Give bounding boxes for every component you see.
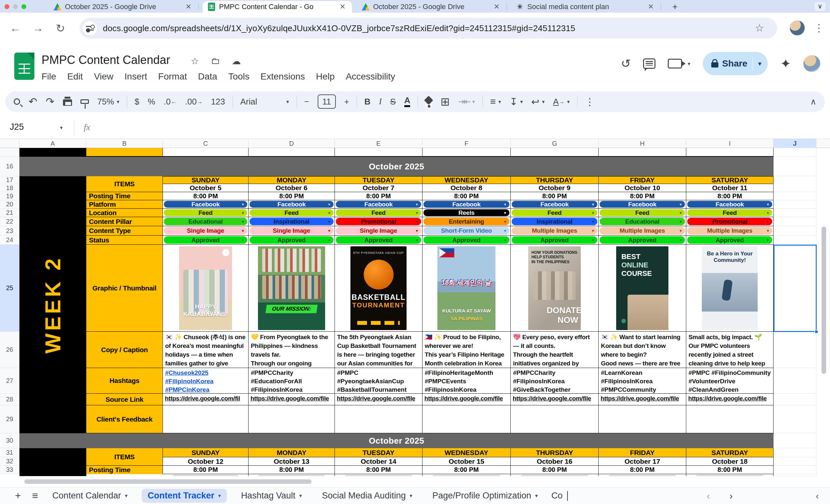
cell-platform[interactable]: Facebook▼: [249, 200, 335, 209]
move-folder-icon[interactable]: 🗀: [211, 56, 220, 66]
column-header-g[interactable]: G: [511, 139, 599, 148]
cell-thumbnail[interactable]: HOW YOUR DONATIONS HELP STUDENTSIN THE P…: [511, 245, 599, 332]
cell-source-link[interactable]: https://drive.google.com/fil: [163, 393, 249, 405]
column-header-h[interactable]: H: [599, 139, 686, 148]
cell[interactable]: [422, 148, 511, 157]
cell-day-header-week3[interactable]: FRIDAY: [599, 448, 686, 457]
cell-feedback[interactable]: [686, 405, 773, 433]
cell-date-week3[interactable]: October 16: [511, 457, 599, 466]
column-header-e[interactable]: E: [335, 139, 422, 148]
cell-content-pillar[interactable]: Inspirational▼: [249, 217, 335, 226]
cell-feedback[interactable]: [249, 405, 335, 433]
close-tab-icon[interactable]: ✕: [646, 3, 656, 11]
cell-posting-time[interactable]: 8:00 PM: [599, 192, 686, 200]
cell-caption[interactable]: 🇰🇷 ✨ Chuseok (추석) is one of Korea’s most…: [163, 332, 249, 368]
cell-content-type[interactable]: Multiple Images▼: [511, 226, 599, 235]
platform-dropdown[interactable]: Facebook▼: [512, 201, 597, 208]
sheets-logo-icon[interactable]: [14, 53, 34, 80]
row-header-16[interactable]: 16: [0, 157, 20, 176]
pillar-dropdown[interactable]: Inspirational▼: [250, 218, 333, 225]
menu-data[interactable]: Data: [198, 71, 217, 82]
cell-caption[interactable]: The 5th Pyeongtaek Asian Cup Basketball …: [335, 332, 422, 368]
sheet-tab-menu-icon[interactable]: ▾: [410, 493, 412, 499]
cell-content-type[interactable]: Short-Form Video▼: [422, 226, 511, 235]
format-currency-button[interactable]: $: [135, 97, 139, 107]
cell-date-week3[interactable]: October 13: [249, 457, 335, 466]
menu-insert[interactable]: Insert: [125, 71, 147, 82]
cell-platform-label[interactable]: Platform: [86, 200, 163, 209]
cell-day-header[interactable]: SATURDAY: [686, 176, 773, 184]
paint-format-icon[interactable]: [81, 99, 89, 104]
more-toolbar-icon[interactable]: ⋮: [585, 96, 595, 107]
cell-date[interactable]: October 10: [599, 184, 686, 192]
scroll-tabs-left-icon[interactable]: ‹: [707, 491, 710, 501]
format-percent-button[interactable]: %: [148, 97, 155, 107]
cell-day-header[interactable]: MONDAY: [249, 176, 335, 184]
browser-tab-chatgpt[interactable]: ✳ Social media content plan ✕: [511, 1, 660, 13]
cell-day-header-week3[interactable]: THURSDAY: [511, 448, 599, 457]
row-header-26[interactable]: 26: [0, 332, 20, 368]
platform-dropdown[interactable]: Facebook▼: [423, 201, 509, 208]
cell[interactable]: [163, 148, 249, 157]
merge-cells-button[interactable]: ⇥⇤▾: [458, 97, 475, 107]
cell-date[interactable]: October 7: [335, 184, 422, 192]
cell-caption[interactable]: Small acts, big impact. 🌱 Our PMPC volun…: [686, 332, 773, 368]
type-dropdown[interactable]: Single Image▼: [164, 227, 247, 234]
column-header-f[interactable]: F: [422, 139, 511, 148]
cell-status[interactable]: Approved▼: [599, 235, 686, 245]
add-sheet-icon[interactable]: +: [15, 490, 21, 502]
text-color-button[interactable]: A: [404, 96, 411, 107]
cell[interactable]: [773, 192, 817, 200]
row-header-18[interactable]: 18: [0, 184, 20, 192]
cell-date[interactable]: October 6: [249, 184, 335, 192]
browser-profile-avatar[interactable]: [790, 21, 805, 35]
menu-file[interactable]: File: [41, 71, 56, 82]
row-header-30[interactable]: 30: [0, 433, 20, 448]
close-tab-icon[interactable]: ✕: [184, 3, 193, 11]
type-dropdown[interactable]: Single Image▼: [336, 227, 421, 234]
location-dropdown[interactable]: Feed▼: [336, 209, 421, 216]
tab-search-chevron-icon[interactable]: ∨: [815, 2, 826, 11]
cell-source-link-label[interactable]: Source Link: [86, 393, 163, 405]
cell[interactable]: [773, 148, 817, 157]
sheet-tab-menu-icon[interactable]: ▾: [218, 493, 221, 499]
cell-date-week3[interactable]: October 17: [599, 457, 686, 466]
browser-tab-drive-1[interactable]: October 2025 - Google Drive ✕: [49, 1, 198, 13]
cell-posting-time-week3[interactable]: 8:00 PM: [422, 466, 511, 474]
cell[interactable]: [599, 148, 686, 157]
type-dropdown[interactable]: Short-Form Video▼: [423, 227, 509, 234]
zoom-select[interactable]: 75%▾: [97, 97, 119, 107]
cell-content-pillar[interactable]: Inspirational▼: [511, 217, 599, 226]
cell-feedback[interactable]: [599, 405, 686, 433]
cell-status-label[interactable]: Status: [86, 235, 163, 245]
platform-dropdown[interactable]: Facebook▼: [336, 201, 421, 208]
cell-date[interactable]: October 9: [511, 184, 599, 192]
minimize-window-button[interactable]: [13, 4, 18, 9]
cell[interactable]: [773, 176, 817, 192]
account-avatar[interactable]: [803, 55, 820, 72]
cell-week3-label[interactable]: [20, 448, 86, 476]
cell[interactable]: [773, 433, 817, 448]
cell-day-header-week3[interactable]: SUNDAY: [163, 448, 249, 457]
cell-date-week3[interactable]: October 15: [422, 457, 511, 466]
row-header-17[interactable]: 17: [0, 176, 20, 184]
cell-content-pillar-label[interactable]: Content Pillar: [86, 217, 163, 226]
row-header-33[interactable]: 33: [0, 466, 20, 474]
cell[interactable]: [773, 405, 817, 433]
cell-day-header[interactable]: FRIDAY: [599, 176, 686, 184]
url-text[interactable]: docs.google.com/spreadsheets/d/1X_iyoXy6…: [103, 23, 575, 33]
cell-posting-time-week3[interactable]: 8:00 PM: [511, 466, 599, 474]
row-header-21[interactable]: 21: [0, 209, 20, 217]
cell-b15[interactable]: [86, 148, 163, 157]
cell-posting-time[interactable]: 8:00 PM: [249, 192, 335, 200]
new-tab-button[interactable]: +: [672, 2, 677, 12]
version-history-icon[interactable]: ↺: [621, 57, 631, 70]
location-dropdown[interactable]: Feed▼: [164, 209, 247, 216]
cell-location[interactable]: Feed▼: [163, 209, 249, 217]
cell-day-header[interactable]: THURSDAY: [511, 176, 599, 184]
cell-source-link[interactable]: https://drive.google.com/file: [335, 393, 422, 405]
column-header-c[interactable]: C: [163, 139, 249, 148]
name-box-chevron-icon[interactable]: ▾: [60, 125, 63, 131]
cell-day-header-week3[interactable]: TUESDAY: [335, 448, 422, 457]
cell-posting-time-week3[interactable]: 8:00 PM: [686, 466, 773, 474]
